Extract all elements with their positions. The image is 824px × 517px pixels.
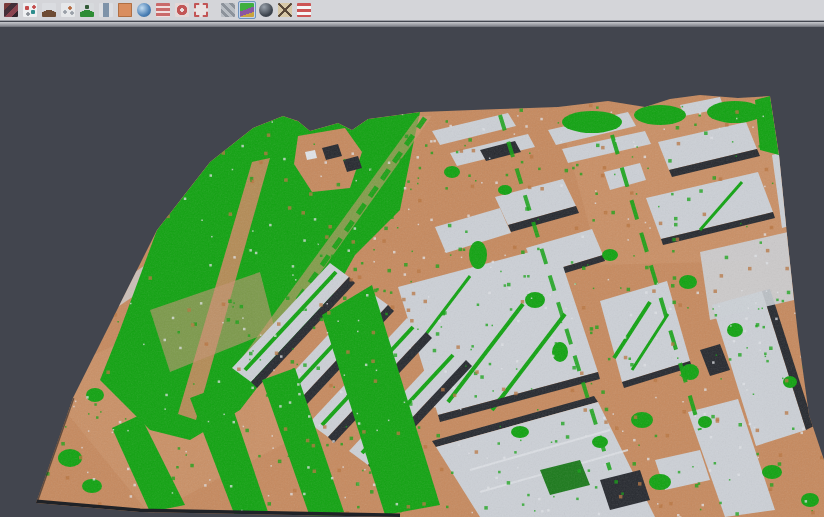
terrain-mesh [0, 27, 824, 517]
profile-view-icon [99, 3, 113, 17]
globe-icon [137, 3, 151, 17]
toolbar [0, 0, 824, 21]
vegetation-terrain-icon[interactable] [78, 1, 96, 19]
terrain-model-icon [42, 3, 56, 17]
remove-layers-icon[interactable] [295, 1, 313, 19]
sparse-points-icon [61, 3, 75, 17]
point-cloud-icon [4, 3, 18, 17]
grid-icon [221, 3, 235, 17]
layers-icon[interactable] [154, 1, 172, 19]
remove-layers-icon [297, 3, 311, 17]
target-icon[interactable] [173, 1, 191, 19]
vegetation-terrain-icon [80, 3, 94, 17]
point-cloud-icon[interactable] [2, 1, 20, 19]
selection-box-icon[interactable] [192, 1, 210, 19]
profile-view-icon[interactable] [97, 1, 115, 19]
sparse-points-icon[interactable] [59, 1, 77, 19]
terrain-model-icon[interactable] [40, 1, 58, 19]
globe-icon[interactable] [135, 1, 153, 19]
scatter-points-icon[interactable] [21, 1, 39, 19]
target-icon [175, 3, 189, 17]
clip-tool-icon[interactable] [276, 1, 294, 19]
viewport-3d[interactable] [0, 27, 824, 517]
classification-view-icon[interactable] [238, 1, 256, 19]
clip-tool-icon [278, 3, 292, 17]
mesh-sphere-icon[interactable] [257, 1, 275, 19]
layers-icon [156, 3, 170, 17]
selection-box-icon [194, 3, 208, 17]
mesh-sphere-icon [259, 3, 273, 17]
grid-icon[interactable] [219, 1, 237, 19]
classification-view-icon [240, 3, 254, 17]
scatter-points-icon [23, 3, 37, 17]
orthoimage-icon[interactable] [116, 1, 134, 19]
orthoimage-icon [118, 3, 132, 17]
pointcloud-scene [0, 27, 824, 517]
